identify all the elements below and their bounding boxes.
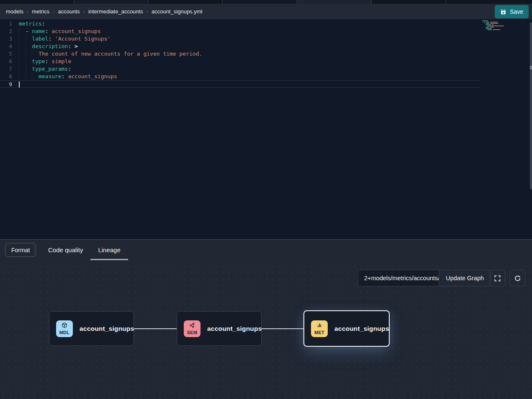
breadcrumb: models › metrics › accounts › intermedia… [6,4,202,19]
breadcrumb-bar: models › metrics › accounts › intermedia… [0,4,532,19]
line-number: 5 [0,50,19,58]
cube-icon [61,322,68,330]
file-tab[interactable] [223,0,297,4]
bottom-panel: Format Code quality Lineage Update Graph [0,239,532,399]
semantic-graph-icon [189,322,195,330]
code-line[interactable]: 8 measure: account_signups [0,73,480,80]
file-tab[interactable] [0,0,74,4]
file-tab-strip [0,0,532,4]
chevron-right-icon: › [146,8,148,15]
model-badge: MDL [56,320,73,337]
tab-label: Lineage [98,246,120,253]
semantic-model-badge: SEM [184,320,200,337]
bar-chart-icon [316,322,323,330]
badge-label: MDL [59,330,70,335]
tab-lineage[interactable]: Lineage [90,240,128,260]
badge-label: SEM [187,330,198,335]
format-button[interactable]: Format [5,243,36,257]
panel-tabs: Code quality Lineage [41,240,128,260]
breadcrumb-item[interactable]: metrics [32,8,49,15]
lineage-edge [134,328,177,329]
save-button-label: Save [510,8,523,15]
save-floppy-icon [500,9,506,15]
breadcrumb-item[interactable]: intermediate_accounts [88,8,143,15]
divider [34,241,34,258]
line-number: 1 [0,20,19,28]
line-number: 9 [0,81,19,87]
code-line[interactable]: 5 The count of new accounts for a given … [0,50,480,58]
badge-label: MET [314,330,324,335]
tab-code-quality[interactable]: Code quality [41,240,90,260]
code-line-active[interactable]: 9 [0,80,480,88]
file-tab[interactable] [446,0,532,4]
save-button[interactable]: Save [495,5,529,18]
breadcrumb-item[interactable]: accounts [58,8,80,15]
line-number: 2 [0,28,19,35]
ide-window: models › metrics › accounts › intermedia… [0,0,532,399]
code-line[interactable]: 3 label: 'Account Signups' [0,35,480,43]
active-tab-underline [90,259,128,260]
node-label: account_signups [80,325,134,332]
editor-scrollbar[interactable] [530,23,532,189]
breadcrumb-item[interactable]: models [6,8,23,15]
code-line[interactable]: 6 type: simple [0,58,480,65]
line-number: 6 [0,58,19,65]
code-lines: 1 metrics: 2 - name: account_signups 3 l… [0,20,480,88]
lineage-node-semantic-model[interactable]: SEM account_signups [177,311,262,346]
line-number: 8 [0,73,19,80]
code-line[interactable]: 1 metrics: [0,20,480,28]
code-line[interactable]: 2 - name: account_signups [0,28,480,35]
line-number: 3 [0,35,19,43]
file-tab[interactable] [74,0,149,4]
code-line[interactable]: 4 description: > [0,43,480,50]
node-label: account_signups [207,325,262,332]
code-editor[interactable]: 1 metrics: 2 - name: account_signups 3 l… [0,19,532,239]
editor-minimap[interactable] [482,20,508,31]
chevron-right-icon: › [27,8,28,15]
file-tab[interactable] [372,0,446,4]
lineage-edge [262,328,303,329]
tab-label: Code quality [48,246,83,253]
chevron-right-icon: › [83,8,85,15]
node-label: account_signups [334,325,389,332]
file-tab-active[interactable] [297,0,372,4]
breadcrumb-item-current[interactable]: account_signups.yml [152,8,202,15]
chevron-right-icon: › [53,8,54,15]
metric-badge: MET [311,320,328,337]
file-tab[interactable] [149,0,223,4]
lineage-node-metric-selected[interactable]: MET account_signups [303,310,390,347]
lineage-graph[interactable]: MDL account_signups SEM account_signups [0,263,532,399]
text-cursor [19,82,20,87]
line-number: 4 [0,43,19,50]
scrollbar-thumb[interactable] [530,66,532,69]
line-number: 7 [0,65,19,73]
code-line[interactable]: 7 type_params: [0,65,480,73]
lineage-node-model[interactable]: MDL account_signups [49,311,134,346]
